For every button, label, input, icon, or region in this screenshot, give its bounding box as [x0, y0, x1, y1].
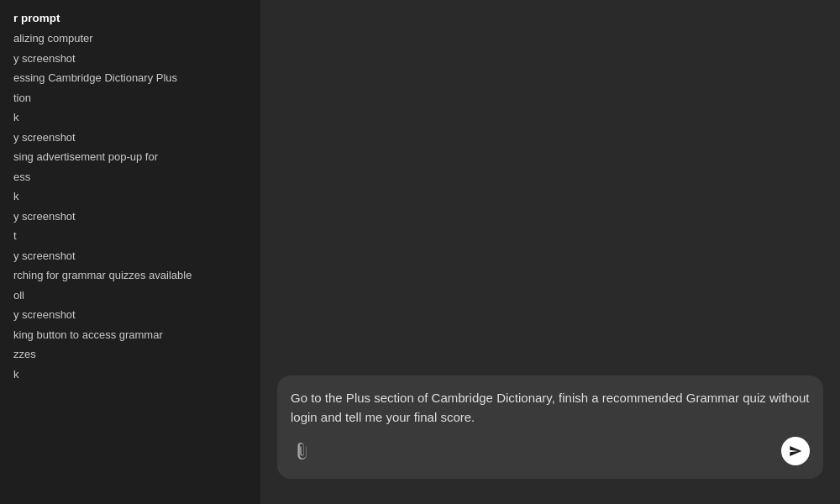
activity-list-item-item-4: tion: [10, 88, 250, 108]
activity-list-item-item-6: y screenshot: [10, 128, 250, 148]
activity-list: r promptalizing computery screenshotessi…: [0, 8, 260, 384]
activity-list-item-item-7: sing advertisement pop-up for: [10, 147, 250, 167]
activity-list-item-item-15: y screenshot: [10, 305, 250, 325]
left-panel: r promptalizing computery screenshotessi…: [0, 0, 260, 504]
activity-list-item-item-9: k: [10, 186, 250, 207]
activity-list-item-item-10: y screenshot: [10, 207, 250, 227]
activity-list-item-item-13: rching for grammar quizzes available: [10, 265, 250, 286]
send-button[interactable]: [781, 437, 810, 465]
activity-list-item-item-3: essing Cambridge Dictionary Plus: [10, 68, 250, 88]
attach-button[interactable]: [291, 439, 314, 463]
activity-list-item-item-8: ess: [10, 167, 250, 187]
activity-list-item-item-14: oll: [10, 286, 250, 306]
activity-list-item-item-18: k: [10, 365, 250, 385]
activity-list-item-prompt-header: r prompt: [10, 8, 250, 29]
activity-list-item-item-12: y screenshot: [10, 246, 250, 266]
activity-list-item-item-17: zzes: [10, 344, 250, 365]
chat-message: Go to the Plus section of Cambridge Dict…: [291, 389, 810, 427]
activity-list-item-item-16: king button to access grammar: [10, 325, 250, 345]
chat-input-area: Go to the Plus section of Cambridge Dict…: [277, 375, 823, 479]
activity-list-item-item-1: alizing computer: [10, 29, 250, 49]
right-panel: Go to the Plus section of Cambridge Dict…: [260, 0, 840, 504]
activity-list-item-item-5: k: [10, 108, 250, 128]
activity-list-item-item-2: y screenshot: [10, 49, 250, 69]
chat-input-footer: [291, 437, 810, 465]
activity-list-item-item-11: t: [10, 226, 250, 246]
